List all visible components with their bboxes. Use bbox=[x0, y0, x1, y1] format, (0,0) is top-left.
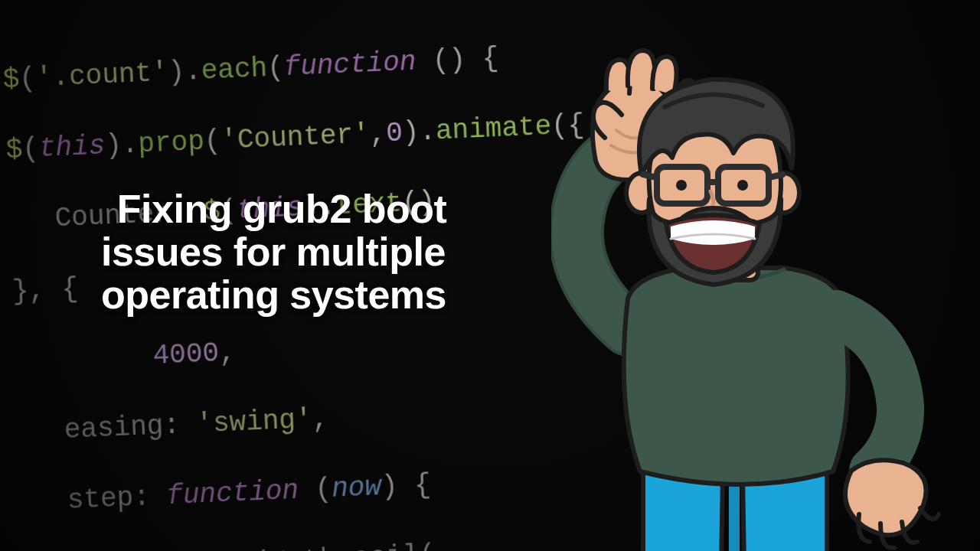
t: '.count' bbox=[35, 57, 168, 94]
t: ) { bbox=[381, 469, 432, 503]
t: prop bbox=[138, 126, 205, 161]
title-overlay: Fixing grub2 boot issues for multiple op… bbox=[101, 187, 530, 316]
t: , bbox=[369, 119, 387, 151]
t: ( bbox=[204, 126, 221, 158]
t: : bbox=[162, 409, 197, 442]
title-line: operating systems bbox=[101, 272, 446, 317]
stage: ne Text File e.html 3 4 5 6 7 8 $('.coun… bbox=[0, 0, 980, 551]
t: (Math.ceil( bbox=[253, 540, 436, 551]
t: () { bbox=[416, 43, 500, 78]
t: $ bbox=[2, 64, 20, 96]
t: 'Counter' bbox=[220, 119, 371, 157]
t: ). bbox=[104, 129, 139, 162]
t: ). bbox=[168, 56, 202, 89]
t: function bbox=[165, 475, 299, 512]
t: ({ bbox=[550, 109, 585, 142]
t: 4000 bbox=[152, 337, 220, 372]
t: , bbox=[312, 403, 329, 435]
t: }, { bbox=[11, 273, 79, 308]
t: each bbox=[201, 53, 268, 87]
t: ). bbox=[402, 116, 436, 149]
t: ( bbox=[22, 133, 40, 165]
t: ( bbox=[266, 52, 284, 84]
t: this bbox=[38, 131, 106, 165]
t: function bbox=[283, 47, 416, 83]
title-line: Fixing grub2 boot bbox=[117, 187, 447, 231]
t: ( bbox=[298, 474, 332, 507]
t: now bbox=[331, 471, 382, 505]
t: animate bbox=[435, 111, 552, 148]
t: $ bbox=[5, 134, 23, 166]
t: 'swing' bbox=[196, 404, 313, 441]
t: , bbox=[218, 337, 236, 369]
t: easing bbox=[64, 410, 164, 446]
t: 0 bbox=[385, 118, 403, 150]
title-line: issues for multiple bbox=[101, 230, 446, 274]
t: step: bbox=[67, 481, 167, 517]
t: ( bbox=[19, 63, 37, 95]
